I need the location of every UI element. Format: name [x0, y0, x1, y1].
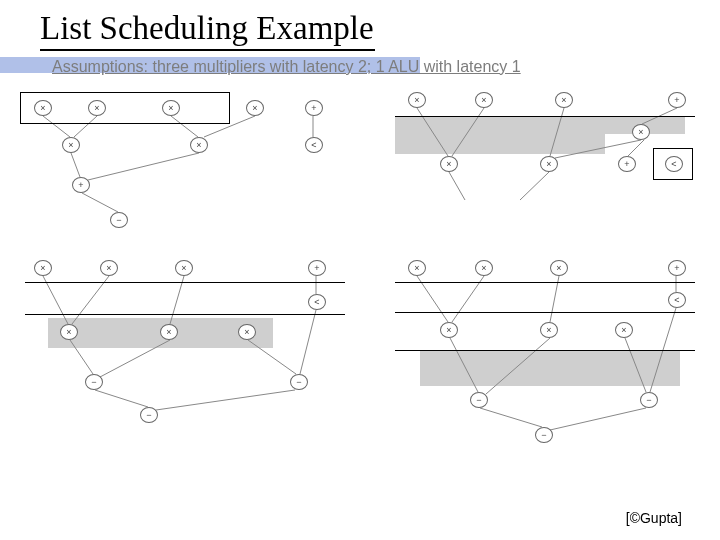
- node-mul: ×: [60, 324, 78, 340]
- node-mul: ×: [632, 124, 650, 140]
- node-mul: ×: [246, 100, 264, 116]
- node-mul: ×: [615, 322, 633, 338]
- node-mul: ×: [34, 260, 52, 276]
- node-mul: ×: [440, 156, 458, 172]
- subtitle-text: Assumptions: three multipliers with late…: [52, 58, 521, 76]
- node-mul: ×: [100, 260, 118, 276]
- node-mul: ×: [238, 324, 256, 340]
- svg-line-15: [520, 172, 549, 200]
- node-mul: ×: [408, 260, 426, 276]
- svg-line-35: [550, 408, 646, 430]
- node-lt: <: [305, 137, 323, 153]
- schedule-line: [395, 312, 695, 313]
- node-mul: ×: [408, 92, 426, 108]
- node-add: +: [618, 156, 636, 172]
- svg-line-31: [450, 338, 478, 392]
- node-lt: <: [308, 294, 326, 310]
- title-bar: List Scheduling Example: [0, 0, 720, 47]
- node-mul: ×: [550, 260, 568, 276]
- node-mul: ×: [440, 322, 458, 338]
- svg-line-32: [486, 338, 550, 394]
- node-mul: ×: [34, 100, 52, 116]
- schedule-line: [395, 116, 695, 117]
- node-sub: −: [535, 427, 553, 443]
- node-mul: ×: [162, 100, 180, 116]
- svg-line-14: [449, 172, 465, 200]
- page-title: List Scheduling Example: [40, 10, 720, 47]
- node-mul: ×: [160, 324, 178, 340]
- node-mul: ×: [540, 156, 558, 172]
- node-mul: ×: [475, 260, 493, 276]
- node-lt: <: [665, 156, 683, 172]
- node-mul: ×: [62, 137, 80, 153]
- node-lt: <: [668, 292, 686, 308]
- title-underline: [40, 49, 375, 51]
- node-mul: ×: [190, 137, 208, 153]
- svg-line-34: [480, 408, 542, 427]
- node-add: +: [668, 260, 686, 276]
- node-add: +: [72, 177, 90, 193]
- schedule-line: [395, 350, 695, 351]
- schedule-line: [25, 282, 345, 283]
- node-sub: −: [85, 374, 103, 390]
- node-mul: ×: [555, 92, 573, 108]
- diagram-area: × × × × + × × < + − × × × +: [0, 82, 720, 502]
- node-sub: −: [290, 374, 308, 390]
- node-sub: −: [640, 392, 658, 408]
- node-add: +: [305, 100, 323, 116]
- attribution-text: [©Gupta]: [626, 510, 682, 526]
- schedule-line: [25, 314, 345, 315]
- node-add: +: [308, 260, 326, 276]
- svg-line-33: [625, 338, 646, 392]
- node-mul: ×: [175, 260, 193, 276]
- node-sub: −: [140, 407, 158, 423]
- node-sub: −: [470, 392, 488, 408]
- node-mul: ×: [540, 322, 558, 338]
- node-mul: ×: [475, 92, 493, 108]
- node-add: +: [668, 92, 686, 108]
- node-sub: −: [110, 212, 128, 228]
- schedule-line: [395, 282, 695, 283]
- node-mul: ×: [88, 100, 106, 116]
